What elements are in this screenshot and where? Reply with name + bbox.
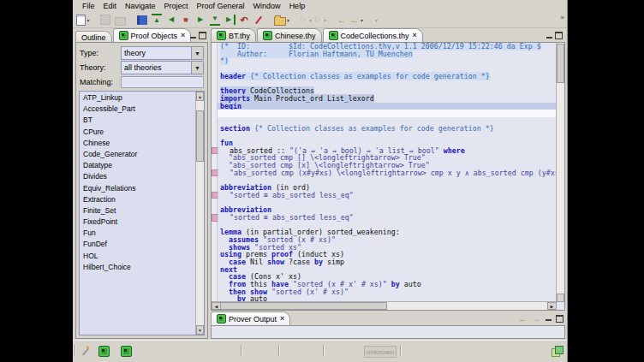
tab-label: Proof Objects: [131, 32, 178, 40]
forward-icon: →: [532, 314, 541, 323]
minimize-button[interactable]: [546, 37, 552, 39]
prover-state-button[interactable]: [135, 13, 149, 27]
code-line: *): [212, 57, 556, 65]
scroll-up-icon[interactable]: ▲: [196, 92, 204, 101]
process-all-button[interactable]: [208, 13, 222, 27]
list-scrollbar[interactable]: ▲ ▼: [195, 92, 204, 335]
restart-prover-button[interactable]: [237, 13, 251, 27]
interrupt-button[interactable]: [179, 13, 193, 27]
close-icon[interactable]: ×: [181, 32, 185, 39]
fwd-icon: [195, 15, 206, 25]
retract-all-button[interactable]: [150, 13, 164, 27]
gutter: [212, 65, 218, 73]
menu-window[interactable]: Window: [249, 2, 285, 10]
proof-objects-view: Outline Proof Objects × Type:: [75, 28, 208, 339]
gutter: [212, 236, 218, 244]
tab-proof-objects[interactable]: Proof Objects ×: [113, 28, 192, 42]
doc-icon: [76, 15, 86, 26]
proof-general-status-icon[interactable]: [98, 346, 110, 357]
list-item[interactable]: Chinese: [80, 138, 195, 149]
close-icon[interactable]: ×: [280, 315, 284, 323]
book-icon: [137, 15, 147, 25]
menu-navigate[interactable]: Navigate: [121, 2, 160, 10]
chevron-down-icon[interactable]: ▼: [191, 62, 203, 74]
editor-vertical-scrollbar[interactable]: [556, 43, 564, 302]
gutter: [212, 176, 218, 184]
maximize-button[interactable]: [555, 32, 563, 39]
folder-icon: [274, 17, 286, 26]
print-icon: [115, 17, 126, 26]
menu-edit[interactable]: Edit: [99, 2, 122, 10]
code-line: begin: [212, 103, 556, 110]
close-icon[interactable]: ×: [413, 32, 417, 39]
theory-combo[interactable]: all theories ▼: [121, 61, 204, 74]
open-file-button[interactable]: ▾: [274, 13, 289, 27]
debug-icon: [313, 15, 323, 25]
editor-horizontal-scrollbar[interactable]: ◀ ▶: [212, 301, 557, 310]
maximize-button[interactable]: [556, 315, 564, 323]
list-item[interactable]: Code_Generator: [80, 149, 195, 160]
list-item[interactable]: Datatype: [80, 160, 195, 171]
toolbar-overflow-chevron[interactable]: »: [561, 14, 564, 21]
next-step-button[interactable]: [194, 13, 207, 27]
prover-output-body[interactable]: [211, 325, 565, 339]
menu-help[interactable]: Help: [285, 2, 310, 10]
menu-file[interactable]: File: [78, 2, 99, 10]
list-item[interactable]: CPure: [80, 127, 195, 138]
scroll-right-icon[interactable]: ▶: [547, 302, 557, 310]
back-history-button[interactable]: ▾: [349, 13, 363, 27]
undo-icon: [239, 15, 249, 25]
list-item[interactable]: FixedPoint: [80, 217, 195, 228]
gutter: [212, 117, 218, 125]
activate-scripting-button[interactable]: [252, 13, 265, 27]
list-item[interactable]: HOL: [80, 251, 195, 262]
list-item[interactable]: Accessible_Part: [80, 104, 195, 115]
list-item[interactable]: Fun: [80, 228, 195, 239]
code-editor[interactable]: (* ID: $Id: CodeCollections.thy,v 1.1 20…: [212, 43, 556, 302]
undo-step-button[interactable]: [164, 13, 178, 27]
goto-cursor-button[interactable]: [223, 13, 236, 27]
scroll-thumb[interactable]: [196, 110, 204, 162]
maximize-button[interactable]: [199, 32, 206, 39]
progress-icon[interactable]: [552, 346, 562, 356]
proof-general-status-icon[interactable]: [121, 346, 132, 357]
chevron-down-icon[interactable]: ▼: [191, 47, 203, 59]
save-button: [98, 13, 112, 27]
new-button[interactable]: ▾: [76, 13, 90, 27]
menu-proof-general[interactable]: Proof General: [193, 2, 249, 10]
code-line: Author: Florian Haftmann, TU Muenchen: [212, 50, 556, 58]
back-icon[interactable]: ←: [518, 314, 528, 323]
code-line: header {* Collection classes as examples…: [212, 73, 556, 80]
theory-list[interactable]: ATP_LinkupAccessible_PartBTCPureChineseC…: [79, 91, 205, 335]
gutter: [212, 103, 218, 110]
status-bar: unknown: [73, 340, 567, 362]
scroll-thumb[interactable]: [557, 44, 564, 83]
dropdown-caret-icon: ▾: [375, 17, 378, 23]
tab-codecollections-thy[interactable]: CodeCollections.thy ×: [323, 28, 423, 42]
back-button[interactable]: [335, 13, 349, 27]
gutter: [212, 57, 218, 65]
list-item[interactable]: Hilbert_Choice: [80, 262, 195, 273]
editor-tab-row: BT.thy Chinese.thy CodeCollections.thy ×: [211, 28, 565, 42]
code-lines: (* ID: $Id: CodeCollections.thy,v 1.1 20…: [212, 43, 556, 302]
type-combo[interactable]: theory ▼: [121, 46, 204, 60]
list-item[interactable]: Finite_Set: [80, 205, 195, 217]
gutter: [212, 139, 218, 147]
scroll-down-icon[interactable]: ▼: [196, 325, 204, 335]
tab-prover-output[interactable]: Prover Output ×: [211, 312, 290, 325]
list-item[interactable]: Extraction: [80, 194, 195, 205]
list-item[interactable]: ATP_Linkup: [80, 92, 195, 104]
minimize-button[interactable]: [546, 319, 552, 321]
list-item[interactable]: Divides: [80, 171, 195, 182]
tab-bt-thy[interactable]: BT.thy: [211, 28, 256, 42]
matching-input[interactable]: [121, 76, 204, 88]
menu-project[interactable]: Project: [160, 2, 193, 10]
scroll-thumb[interactable]: [220, 302, 387, 310]
minimize-button[interactable]: [190, 37, 196, 39]
gutter: [212, 110, 218, 117]
list-item[interactable]: Equiv_Relations: [80, 183, 195, 194]
list-item[interactable]: FunDef: [80, 239, 195, 250]
list-item[interactable]: BT: [80, 115, 195, 126]
tab-chinese-thy[interactable]: Chinese.thy: [257, 28, 322, 42]
matching-label: Matching:: [80, 78, 121, 86]
